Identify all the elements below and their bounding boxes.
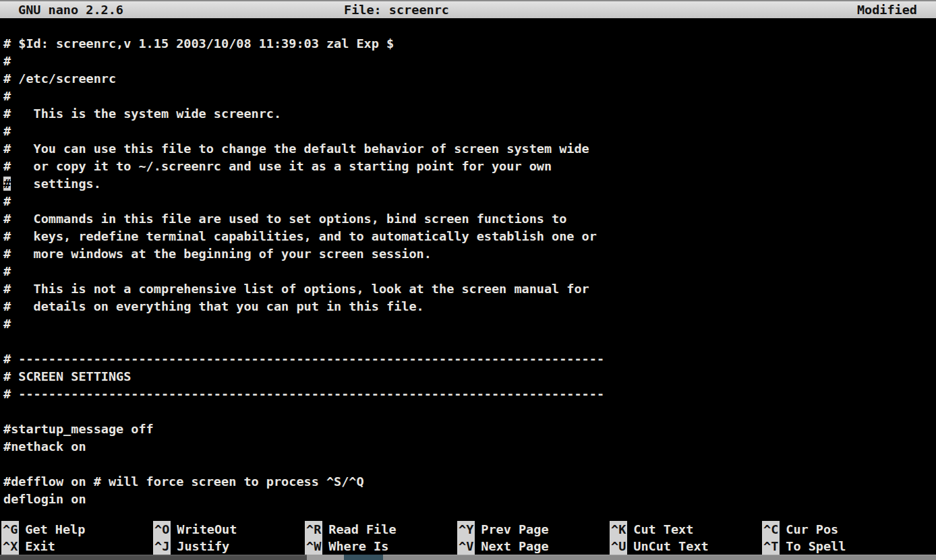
- editor-line: #startup_message off: [3, 421, 936, 438]
- app-version-label: GNU nano 2.2.6: [18, 1, 123, 18]
- shortcut-writeout: ^OWriteOut: [153, 521, 237, 538]
- editor-line: #: [3, 315, 936, 333]
- editor-content[interactable]: # $Id: screenrc,v 1.15 2003/10/08 11:39:…: [3, 35, 936, 508]
- shortcut-key: ^V: [457, 538, 475, 555]
- shortcut-key: ^T: [762, 538, 780, 555]
- shortcut-key: ^W: [305, 538, 322, 555]
- shortcut-row: ^XExit^JJustify^WWhere Is^VNext Page^UUn…: [0, 538, 936, 555]
- shortcut-to-spell: ^TTo Spell: [762, 538, 846, 555]
- editor-line: #: [3, 123, 936, 140]
- editor-line: # /etc/screenrc: [3, 70, 936, 88]
- editor-line: #nethack on: [3, 438, 936, 456]
- editor-line: # $Id: screenrc,v 1.15 2003/10/08 11:39:…: [3, 35, 936, 53]
- shortcut-exit: ^XExit: [1, 538, 55, 555]
- shortcut-bar: ^GGet Help^OWriteOut^RRead File^YPrev Pa…: [0, 521, 936, 555]
- editor-line: # keys, redefine terminal capabilities, …: [3, 228, 936, 245]
- shortcut-key: ^U: [610, 538, 627, 555]
- shortcut-key: ^Y: [457, 521, 475, 538]
- editor-line: # This is not a comprehensive list of op…: [3, 280, 936, 298]
- shortcut-key: ^O: [153, 521, 171, 538]
- shortcut-get-help: ^GGet Help: [1, 521, 85, 538]
- editor-line: #defflow on # will force screen to proce…: [3, 473, 936, 491]
- shortcut-uncut-text: ^UUnCut Text: [610, 538, 709, 555]
- shortcut-key: ^R: [305, 521, 322, 538]
- shortcut-prev-page: ^YPrev Page: [457, 521, 549, 538]
- shortcut-label: UnCut Text: [627, 539, 708, 553]
- editor-line: # or copy it to ~/.screenrc and use it a…: [3, 158, 936, 175]
- editor-line: # more windows at the beginning of your …: [3, 245, 936, 263]
- shortcut-label: Next Page: [475, 539, 548, 553]
- modified-status: Modified: [857, 1, 917, 18]
- editor-line: deflogin on: [3, 491, 936, 508]
- editor-line: #: [3, 193, 936, 210]
- background-window-segment: [0, 555, 307, 560]
- editor-line: [3, 333, 936, 350]
- editor-line: # --------------------------------------…: [3, 350, 936, 368]
- editor-line: #: [3, 53, 936, 70]
- editor-line: # This is the system wide screenrc.: [3, 105, 936, 123]
- editor-line: # You can use this file to change the de…: [3, 140, 936, 158]
- background-window-segment: [307, 555, 344, 560]
- shortcut-label: Get Help: [19, 522, 85, 536]
- shortcut-cut-text: ^KCut Text: [610, 521, 693, 538]
- editor-line: #: [3, 88, 936, 105]
- background-window-segment: [383, 555, 936, 560]
- editor-line: # details on everything that you can put…: [3, 298, 936, 315]
- shortcut-justify: ^JJustify: [153, 538, 229, 555]
- shortcut-key: ^G: [1, 521, 19, 538]
- shortcut-label: Read File: [322, 522, 396, 536]
- editor-line: # Commands in this file are used to set …: [3, 210, 936, 228]
- editor-line: # settings.: [3, 175, 936, 193]
- file-name-label: File: screenrc: [344, 1, 449, 18]
- shortcut-label: Where Is: [322, 539, 388, 553]
- shortcut-key: ^X: [1, 538, 19, 555]
- nano-titlebar: GNU nano 2.2.6 File: screenrc Modified: [0, 0, 936, 18]
- shortcut-label: To Spell: [780, 539, 846, 553]
- shortcut-label: Prev Page: [475, 522, 548, 536]
- shortcut-label: Cut Text: [627, 522, 693, 536]
- shortcut-label: WriteOut: [171, 522, 237, 536]
- shortcut-key: ^C: [762, 521, 780, 538]
- shortcut-row: ^GGet Help^OWriteOut^RRead File^YPrev Pa…: [0, 521, 936, 538]
- text-cursor: #: [3, 177, 11, 191]
- editor-line: [3, 403, 936, 421]
- editor-line: [3, 456, 936, 473]
- shortcut-label: Justify: [171, 539, 229, 553]
- shortcut-label: Cur Pos: [780, 522, 838, 536]
- shortcut-label: Exit: [19, 539, 55, 553]
- editor-line: #: [3, 263, 936, 280]
- background-window-accent: [344, 555, 383, 560]
- shortcut-key: ^K: [610, 521, 627, 538]
- shortcut-key: ^J: [153, 538, 171, 555]
- shortcut-read-file: ^RRead File: [305, 521, 397, 538]
- background-window-edge: [0, 555, 936, 560]
- shortcut-where-is: ^WWhere Is: [305, 538, 388, 555]
- editor-line: # SCREEN SETTINGS: [3, 368, 936, 385]
- terminal-window[interactable]: GNU nano 2.2.6 File: screenrc Modified #…: [0, 0, 936, 560]
- shortcut-next-page: ^VNext Page: [457, 538, 549, 555]
- editor-line: # --------------------------------------…: [3, 385, 936, 403]
- shortcut-cur-pos: ^CCur Pos: [762, 521, 838, 538]
